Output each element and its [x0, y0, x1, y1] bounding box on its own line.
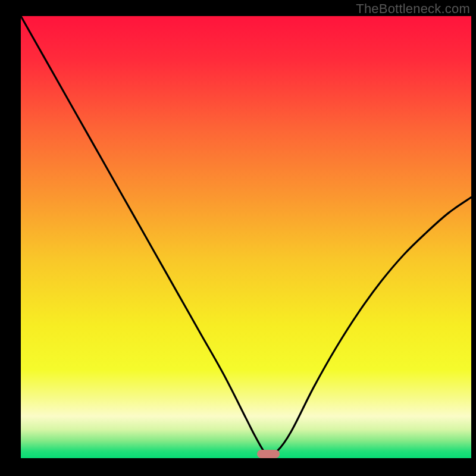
watermark-text: TheBottleneck.com: [356, 1, 470, 17]
chart-frame: TheBottleneck.com: [0, 0, 476, 476]
plot-area: [21, 16, 471, 458]
svg-rect-0: [21, 16, 471, 458]
background-gradient: [21, 16, 471, 458]
optimal-marker: [257, 450, 280, 458]
